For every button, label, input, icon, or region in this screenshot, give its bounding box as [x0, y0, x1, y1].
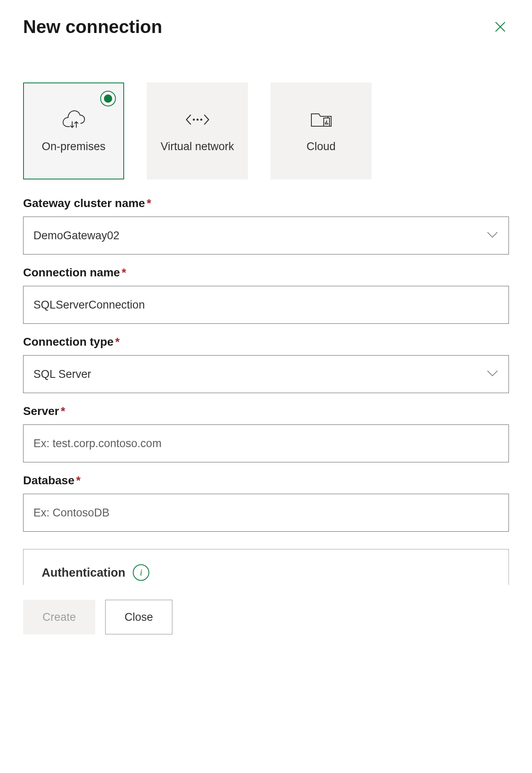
gateway-cluster-label: Gateway cluster name*	[23, 197, 509, 210]
connection-type-select[interactable]	[23, 355, 509, 393]
required-asterisk: *	[115, 335, 120, 348]
folder-chart-icon	[310, 108, 333, 131]
conn-type-virtual-network[interactable]: Virtual network	[147, 82, 248, 179]
authentication-title: Authentication	[42, 566, 125, 580]
info-icon[interactable]: i	[133, 564, 149, 581]
svg-point-4	[200, 118, 202, 120]
server-input[interactable]	[23, 424, 509, 462]
close-icon[interactable]	[492, 18, 509, 35]
required-asterisk: *	[122, 266, 126, 279]
connection-type-label: Connection type*	[23, 335, 509, 349]
required-asterisk: *	[61, 405, 65, 417]
create-button[interactable]: Create	[23, 600, 95, 634]
connection-name-label: Connection name*	[23, 266, 509, 279]
conn-type-label: On-premises	[37, 139, 111, 154]
svg-point-3	[196, 118, 198, 120]
conn-type-label: Cloud	[301, 139, 341, 154]
authentication-section: Authentication i	[23, 549, 509, 585]
connection-name-input[interactable]	[23, 286, 509, 324]
cloud-sync-icon	[61, 108, 86, 131]
required-asterisk: *	[147, 197, 151, 210]
radio-selected-icon	[100, 91, 116, 106]
gateway-cluster-select[interactable]	[23, 217, 509, 255]
server-label: Server*	[23, 405, 509, 418]
conn-type-on-premises[interactable]: On-premises	[23, 82, 124, 179]
database-label: Database*	[23, 474, 509, 487]
conn-type-label: Virtual network	[155, 139, 239, 154]
conn-type-cloud[interactable]: Cloud	[271, 82, 372, 179]
connection-type-selector: On-premises Virtual network Clo	[23, 82, 509, 179]
network-icon	[185, 108, 210, 131]
dialog-title: New connection	[23, 16, 162, 37]
svg-point-2	[193, 118, 195, 120]
close-button[interactable]: Close	[105, 600, 172, 634]
database-input[interactable]	[23, 494, 509, 532]
required-asterisk: *	[76, 474, 81, 487]
